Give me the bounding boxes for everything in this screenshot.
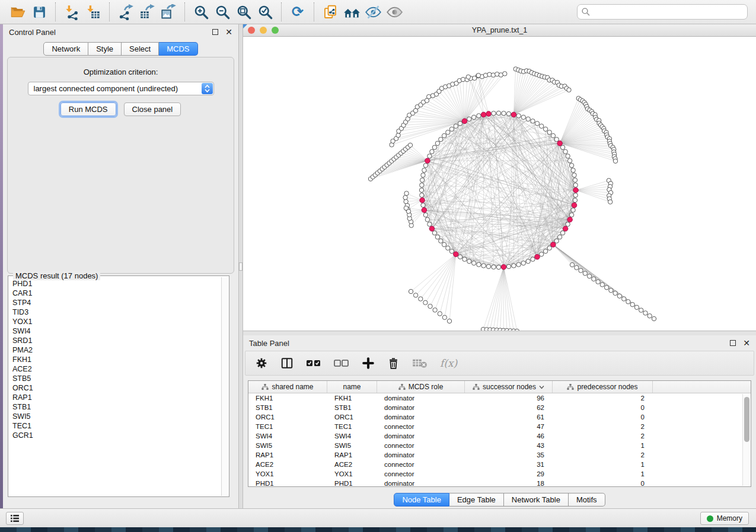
network-node[interactable] (639, 308, 643, 312)
tab-node-table[interactable]: Node Table (394, 493, 449, 507)
network-node[interactable] (567, 88, 571, 92)
network-node[interactable] (531, 119, 535, 123)
float-window-icon[interactable] (730, 340, 736, 346)
network-hub-node[interactable] (462, 118, 467, 124)
network-node[interactable] (462, 257, 467, 261)
network-node[interactable] (647, 314, 652, 318)
network-node[interactable] (506, 111, 511, 116)
table-row[interactable]: STB1STB1dominator620 (248, 403, 751, 412)
zoom-in-icon[interactable] (190, 2, 212, 22)
column-header-shared-name[interactable]: shared name (248, 381, 327, 393)
network-node[interactable] (547, 130, 551, 134)
network-node[interactable] (569, 213, 573, 217)
network-node[interactable] (531, 257, 535, 261)
network-node[interactable] (516, 114, 521, 118)
network-node[interactable] (575, 265, 579, 270)
network-node[interactable] (521, 115, 525, 119)
network-node[interactable] (486, 264, 490, 268)
table-row[interactable]: YOX1YOX1connector291 (248, 469, 751, 479)
network-node[interactable] (547, 246, 551, 250)
network-hub-node[interactable] (535, 254, 540, 259)
network-node[interactable] (404, 200, 408, 204)
network-node[interactable] (428, 222, 432, 226)
mcds-result-item[interactable]: ACE2 (12, 364, 221, 374)
table-row[interactable]: SWI4SWI4dominator462 (248, 431, 751, 441)
network-node[interactable] (551, 133, 555, 137)
network-node[interactable] (560, 145, 564, 149)
memory-button[interactable]: Memory (700, 512, 749, 525)
network-node[interactable] (573, 193, 578, 197)
table-row[interactable]: FKH1FKH1dominator962 (248, 393, 751, 403)
table-row[interactable]: SWI5SWI5connector431 (248, 441, 751, 450)
import-network-icon[interactable] (61, 2, 82, 22)
network-node[interactable] (554, 239, 559, 243)
network-node[interactable] (634, 305, 639, 309)
network-node[interactable] (543, 249, 547, 253)
unselect-all-columns-icon[interactable] (334, 358, 349, 368)
delete-column-trash-icon[interactable] (387, 357, 400, 370)
network-titlebar[interactable]: YPA_prune.txt_1 (243, 24, 756, 37)
table-settings-gear-icon[interactable] (255, 357, 268, 370)
splitter-grip[interactable] (239, 262, 243, 271)
network-node[interactable] (515, 329, 519, 331)
network-node[interactable] (442, 133, 446, 137)
network-node[interactable] (419, 297, 423, 301)
network-node[interactable] (613, 291, 617, 295)
network-hub-node[interactable] (573, 188, 579, 193)
network-node[interactable] (428, 154, 432, 158)
network-node[interactable] (433, 308, 437, 312)
mcds-result-item[interactable]: STB1 (12, 402, 221, 412)
network-hub-node[interactable] (511, 112, 516, 117)
network-node[interactable] (506, 264, 511, 268)
network-node[interactable] (503, 72, 507, 76)
mcds-result-item[interactable]: GCR1 (12, 431, 221, 440)
tab-network-table[interactable]: Network Table (504, 493, 569, 507)
network-hub-node[interactable] (425, 158, 430, 164)
table-row[interactable]: PHD1PHD1dominator180 (248, 479, 751, 487)
network-node[interactable] (432, 231, 436, 235)
close-panel-icon[interactable]: ✕ (225, 29, 232, 35)
network-node[interactable] (446, 246, 450, 250)
network-node[interactable] (613, 159, 617, 163)
network-node[interactable] (592, 277, 596, 281)
network-node[interactable] (442, 315, 446, 319)
network-node[interactable] (600, 283, 604, 287)
network-node[interactable] (421, 203, 425, 207)
network-node[interactable] (442, 242, 446, 246)
mcds-result-item[interactable]: SWI5 (12, 412, 221, 421)
network-node[interactable] (477, 262, 481, 267)
column-header-predecessor-nodes[interactable]: predecessor nodes (553, 381, 653, 393)
network-hub-node[interactable] (563, 226, 568, 232)
network-node[interactable] (526, 259, 530, 263)
network-node[interactable] (420, 193, 424, 197)
network-hub-node[interactable] (420, 198, 425, 203)
network-node[interactable] (454, 124, 458, 128)
network-node[interactable] (423, 213, 428, 217)
network-node[interactable] (516, 262, 521, 267)
network-node[interactable] (396, 133, 400, 137)
export-table-icon[interactable] (136, 2, 158, 22)
network-node[interactable] (408, 143, 412, 147)
network-node[interactable] (563, 149, 567, 153)
network-node[interactable] (622, 297, 626, 301)
mcds-result-item[interactable]: PMA2 (12, 345, 221, 355)
network-hub-node[interactable] (551, 242, 556, 248)
tab-edge-table[interactable]: Edge Table (449, 493, 504, 507)
network-node[interactable] (609, 288, 613, 292)
network-hub-node[interactable] (454, 252, 459, 257)
network-node[interactable] (476, 73, 480, 78)
network-node[interactable] (428, 304, 432, 308)
save-session-icon[interactable] (28, 2, 50, 22)
network-node[interactable] (540, 252, 544, 256)
network-node[interactable] (571, 168, 575, 172)
tab-style[interactable]: Style (88, 42, 122, 56)
network-hub-node[interactable] (486, 111, 492, 117)
network-node[interactable] (543, 127, 547, 131)
minimize-window-icon[interactable] (260, 27, 267, 34)
column-header-name[interactable]: name (327, 381, 377, 393)
network-node[interactable] (439, 239, 443, 243)
network-hub-node[interactable] (567, 217, 573, 222)
network-node[interactable] (571, 208, 575, 212)
mcds-result-item[interactable]: PHD1 (12, 279, 221, 289)
network-hub-node[interactable] (429, 226, 435, 232)
